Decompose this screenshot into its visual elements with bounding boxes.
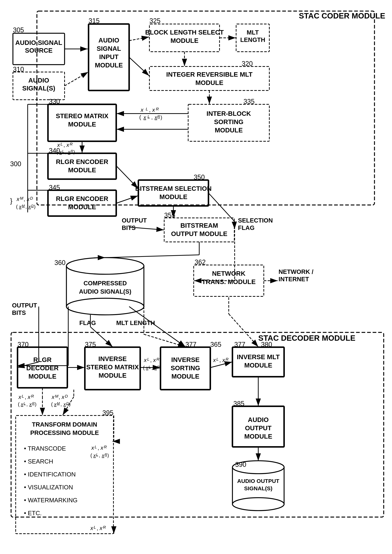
- comma-transform: ,: [98, 445, 99, 451]
- audio-signal-input-label4: MODULE: [95, 62, 123, 69]
- xr-sub-r1: R: [156, 107, 159, 111]
- ref-385: 385: [233, 400, 245, 407]
- xl-paren2: x: [59, 149, 62, 155]
- xd-sub-bottom: D: [65, 394, 68, 398]
- ref-362: 362: [195, 258, 206, 266]
- bitstream-selection-label: BITSTREAM SELECTION: [135, 185, 212, 192]
- comma-paren-bottom1: ,: [26, 402, 28, 407]
- xl-sub-transform: L: [95, 445, 97, 449]
- comma-paren-xm-bottom: ,: [61, 402, 62, 407]
- ref-300: 300: [10, 160, 21, 168]
- ref-325: 325: [149, 17, 161, 25]
- xr-sub-bottom1: R: [31, 394, 34, 398]
- ref-305: 305: [13, 26, 24, 34]
- xl-xr-transform: x: [91, 445, 94, 451]
- xr-sub-paren-decoder1: R: [157, 365, 160, 369]
- xr-paren-bottom1: x: [29, 402, 32, 407]
- ref-360: 360: [54, 259, 65, 266]
- network-trans-label2: TRANS. MODULE: [202, 278, 256, 285]
- paren-close2: ): [73, 149, 75, 155]
- rlgr-encoder2-label: RLGR ENCODER: [56, 195, 108, 202]
- inverse-sorting-label3: MODULE: [171, 373, 199, 380]
- network-trans-label: NETWORK: [212, 270, 245, 277]
- transform-domain-label2: PROCESSING MODULE: [30, 429, 99, 436]
- svg-point-18: [66, 298, 144, 315]
- ref-370: 370: [18, 341, 28, 348]
- xl-xr-label1: x: [140, 107, 144, 113]
- network-internet-label2: INTERNET: [279, 276, 309, 282]
- integer-reversible-mlt-label: INTEGER REVERSIBLE MLT: [166, 71, 252, 78]
- comma2: ,: [63, 142, 65, 148]
- rlgr-encoder1-label2: MODULE: [68, 166, 96, 173]
- ref-330: 330: [49, 98, 60, 105]
- stereo-matrix-label2: MODULE: [68, 121, 96, 128]
- xm-xd-label: x: [16, 196, 20, 202]
- bullet-watermarking: • WATERMARKING: [24, 497, 77, 504]
- ref-315: 315: [89, 17, 100, 25]
- stac-decoder-label: STAC DECODER MODULE: [258, 334, 356, 342]
- xl-xr-sub-l1: L: [146, 107, 148, 111]
- inter-block-sorting-label3: MODULE: [215, 127, 243, 134]
- output-bits2-label: OUTPUT: [12, 302, 37, 309]
- output-bits2-label2: BITS: [12, 309, 26, 316]
- xl-sub-bottom-final: L: [94, 525, 96, 530]
- xr-sub-bottom-final: R: [103, 525, 106, 530]
- ref-320: 320: [242, 60, 253, 67]
- xd-bottom: x: [61, 394, 64, 400]
- xd-paren-bottom: x: [63, 402, 66, 407]
- paren-close-bottom1: ): [35, 402, 36, 407]
- comma-decoder1: ,: [150, 357, 152, 363]
- xl-sub-decoder1: L: [147, 357, 149, 362]
- xr-paren-sub1: R: [157, 115, 160, 119]
- ref-395: 395: [102, 409, 113, 417]
- ref-377-label: 377: [234, 341, 245, 348]
- xl-sub-paren-decoder1: L: [149, 365, 151, 369]
- bullet-etc: • ETC.: [24, 510, 42, 517]
- bitstream-output-label: BITSTREAM: [180, 222, 218, 229]
- xm-sub-paren: M: [22, 204, 25, 208]
- inverse-mlt-label: INVERSE MLT: [237, 353, 280, 360]
- ref-335: 335: [244, 98, 255, 105]
- selection-flag-label2: FLAG: [238, 224, 255, 231]
- audio-output-label3: MODULE: [244, 433, 272, 440]
- rlgr-encoder1-label: RLGR ENCODER: [56, 158, 108, 165]
- inverse-sorting-label: INVERSE: [171, 356, 200, 363]
- audio-signal-input-label: AUDIO: [98, 36, 119, 44]
- mlt-length-label: MLT: [247, 29, 259, 36]
- inverse-sorting-label2: SORTING: [171, 364, 200, 372]
- block-length-select-label: BLOCK LENGTH SELECT: [145, 29, 224, 36]
- xl-sub-paren-bottom1: L: [24, 402, 26, 405]
- xm-comma-paren: ,: [25, 204, 27, 209]
- comma-bottom1: ,: [25, 394, 26, 400]
- xm-comma: ,: [24, 196, 25, 202]
- bullet-search: • SEARCH: [24, 458, 53, 465]
- xm-xd-bottom: x: [51, 394, 55, 400]
- xl-paren-transform: x: [93, 453, 96, 458]
- network-internet-label: NETWORK /: [279, 268, 313, 275]
- xd-paren: x: [28, 204, 31, 209]
- comma-bottom-xm: ,: [59, 394, 60, 400]
- bitstream-output-label2: OUTPUT MODULE: [171, 230, 227, 237]
- xr-decoder1: x: [153, 357, 156, 363]
- xr-paren-label1: x: [154, 115, 157, 120]
- svg-line-48: [234, 222, 235, 229]
- xr-paren2: x: [68, 149, 70, 155]
- audio-output-label: AUDIO: [248, 416, 269, 423]
- ref-310: 310: [13, 65, 24, 73]
- xm-paren-bottom: x: [54, 402, 57, 407]
- xl-sub-bottom1: L: [22, 394, 24, 398]
- rlgr-decoder-label3: MODULE: [28, 373, 56, 380]
- xl-xr-label2: x: [57, 142, 60, 148]
- paren-open-transform: (: [90, 453, 92, 458]
- svg-point-17: [66, 258, 144, 274]
- comma-bottom-final: ,: [97, 525, 98, 531]
- xr-bottom-final: x: [99, 525, 103, 531]
- xr-sub-paren-bottom1: R: [32, 402, 35, 405]
- flag-label: FLAG: [79, 319, 96, 326]
- xl-xr-decoder2: x: [213, 357, 216, 363]
- xl-xr-paren-label1: x: [143, 115, 146, 120]
- integer-reversible-mlt-label2: MODULE: [195, 79, 223, 86]
- audio-signals-label2: SIGNAL(S): [22, 85, 55, 92]
- xd-sub: D: [30, 196, 33, 201]
- audio-signal-source-label2: SOURCE: [25, 47, 53, 54]
